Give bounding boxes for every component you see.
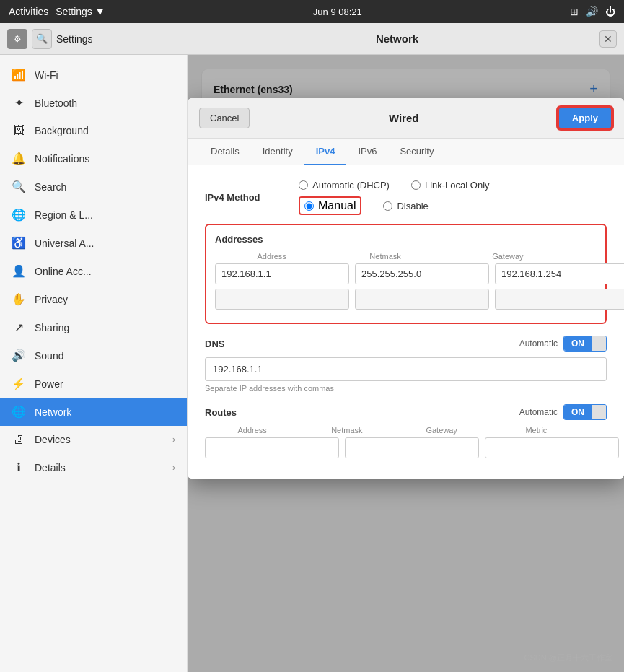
routes-netmask-1[interactable] [345, 437, 479, 458]
dns-section: DNS Automatic ON Separate [205, 336, 607, 393]
panel-title: Network [376, 32, 418, 45]
addr-netmask-1[interactable] [355, 263, 489, 284]
sidebar-item-online-accounts[interactable]: 👤 Online Acc... [0, 257, 187, 285]
sidebar-item-privacy[interactable]: ✋ Privacy [0, 285, 187, 313]
background-icon: 🖼 [12, 124, 26, 137]
dns-title: DNS [205, 339, 224, 349]
chevron-right-icon: › [172, 463, 175, 473]
topbar: Activities Settings ▼ Jun 9 08:21 ⊞ 🔊 ⏻ [0, 0, 624, 23]
routes-toggle-on[interactable]: ON [564, 405, 592, 419]
power-icon[interactable]: ⏻ [605, 6, 615, 17]
sidebar-item-sharing[interactable]: ↗ Sharing [0, 313, 187, 341]
routes-title: Routes [205, 407, 237, 418]
sound-icon: 🔊 [12, 349, 26, 362]
dns-hint: Separate IP addresses with commas [205, 384, 607, 393]
method-automatic[interactable]: Automatic (DHCP) [299, 180, 390, 191]
tab-security[interactable]: Security [388, 139, 445, 165]
wired-modal: Cancel Wired Apply Details Identity IPv4… [188, 98, 624, 479]
dns-toggle-on[interactable]: ON [564, 336, 592, 351]
routes-address-1[interactable] [205, 437, 339, 458]
sidebar: 📶 Wi-Fi ✦ Bluetooth 🖼 Background 🔔 Notif… [0, 55, 188, 672]
radio-manual[interactable] [304, 201, 314, 211]
addr-address-1[interactable] [215, 263, 349, 284]
tab-details[interactable]: Details [199, 139, 251, 165]
notifications-icon: 🔔 [12, 152, 26, 165]
network-icon: 🌐 [12, 405, 26, 419]
title-bar: ⚙ 🔍 Settings Network ✕ [0, 23, 624, 55]
wifi-icon: 📶 [12, 68, 26, 82]
dns-header: DNS Automatic ON [205, 336, 607, 352]
routes-row-1: ✕ [205, 437, 607, 458]
radio-disable[interactable] [383, 201, 392, 211]
topbar-right: ⊞ 🔊 ⏻ [570, 6, 615, 17]
sidebar-item-label: Sharing [35, 322, 175, 333]
sound-icon[interactable]: 🔊 [586, 6, 598, 17]
network-status-icon[interactable]: ⊞ [570, 6, 579, 17]
routes-section: Routes Automatic ON Add [205, 404, 607, 458]
sidebar-item-bluetooth[interactable]: ✦ Bluetooth [0, 89, 187, 117]
sidebar-item-label: Wi-Fi [35, 69, 175, 81]
sidebar-item-search[interactable]: 🔍 Search [0, 173, 187, 201]
routes-col-netmask-header: Netmask [302, 426, 391, 435]
addr-col-address-header: Address [218, 252, 325, 261]
addr-gateway-1[interactable] [495, 263, 624, 284]
method-disable[interactable]: Disable [383, 201, 428, 211]
addr-gateway-2[interactable] [495, 289, 624, 310]
sidebar-item-label: Universal A... [35, 237, 175, 249]
apply-button[interactable]: Apply [558, 107, 612, 129]
right-panel: Ethernet (ens33) + Connected — 1000 Mb/s… [188, 55, 624, 672]
radio-link-local[interactable] [411, 180, 421, 190]
routes-auto-label: Automatic [519, 407, 558, 417]
dns-input[interactable] [205, 357, 607, 381]
sidebar-item-label: Sound [35, 350, 175, 362]
addr-row-1: ✕ [215, 263, 597, 284]
sidebar-item-notifications[interactable]: 🔔 Notifications [0, 144, 187, 173]
sidebar-item-wifi[interactable]: 📶 Wi-Fi [0, 61, 187, 89]
settings-menu[interactable]: Settings ▼ [56, 6, 105, 17]
app-icon: ⚙ [7, 29, 27, 49]
sidebar-item-network[interactable]: 🌐 Network [0, 398, 187, 426]
sidebar-item-universal[interactable]: ♿ Universal A... [0, 229, 187, 257]
sidebar-item-label: Privacy [35, 294, 175, 305]
cancel-button[interactable]: Cancel [199, 108, 250, 128]
sidebar-item-label: Notifications [35, 153, 175, 165]
ipv4-method-row: IPv4 Method Automatic (DHCP) [205, 180, 607, 215]
tab-ipv6[interactable]: IPv6 [346, 139, 388, 165]
tab-identity[interactable]: Identity [251, 139, 304, 165]
method-manual-highlight[interactable]: Manual [299, 196, 361, 215]
bluetooth-icon: ✦ [12, 96, 26, 110]
tab-ipv4[interactable]: IPv4 [304, 139, 347, 165]
routes-col-gateway-header: Gateway [397, 426, 486, 435]
sidebar-item-devices[interactable]: 🖨 Devices › [0, 426, 187, 453]
addr-address-2[interactable] [215, 289, 349, 310]
routes-gateway-1[interactable] [485, 437, 619, 458]
automatic-label: Automatic (DHCP) [312, 180, 390, 191]
sidebar-item-region[interactable]: 🌐 Region & L... [0, 201, 187, 229]
addr-col-del-header [576, 252, 594, 261]
sidebar-item-details[interactable]: ℹ Details › [0, 453, 187, 481]
search-button[interactable]: 🔍 [32, 29, 52, 49]
sidebar-item-power[interactable]: ⚡ Power [0, 370, 187, 398]
addresses-section: Addresses Address Netmask Gateway [205, 224, 607, 324]
dns-toggle-off[interactable] [592, 336, 606, 351]
activities-menu[interactable]: Activities [9, 6, 48, 17]
method-link-local[interactable]: Link-Local Only [411, 180, 490, 191]
method-options: Automatic (DHCP) Link-Local Only [299, 180, 490, 215]
sidebar-item-sound[interactable]: 🔊 Sound [0, 341, 187, 370]
method-options-row1: Automatic (DHCP) Link-Local Only [299, 180, 490, 191]
radio-automatic[interactable] [299, 180, 308, 190]
modal-overlay: Cancel Wired Apply Details Identity IPv4… [188, 55, 624, 672]
addr-col-gateway-header: Gateway [445, 252, 571, 261]
dns-auto-label: Automatic [519, 339, 558, 349]
settings-window: ⚙ 🔍 Settings Network ✕ 📶 Wi-Fi ✦ Bluetoo… [0, 23, 624, 672]
routes-toggle-off[interactable] [592, 405, 606, 419]
universal-icon: ♿ [12, 236, 26, 250]
sidebar-item-label: Devices [35, 434, 164, 445]
title-bar-center: Network [195, 32, 599, 45]
sidebar-item-label: Bluetooth [35, 97, 175, 109]
dns-auto-row: Automatic ON [519, 336, 607, 352]
close-button[interactable]: ✕ [599, 30, 617, 48]
method-options-row2: Manual Disable [299, 196, 490, 215]
sidebar-item-background[interactable]: 🖼 Background [0, 117, 187, 144]
addr-netmask-2[interactable] [355, 289, 489, 310]
